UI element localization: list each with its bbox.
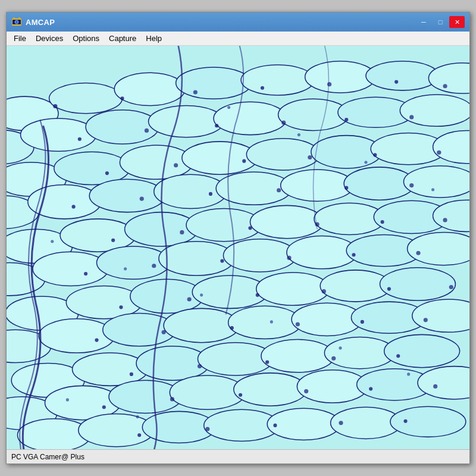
svg-point-48 (33, 252, 108, 286)
svg-point-25 (120, 145, 193, 179)
svg-point-18 (149, 105, 224, 137)
svg-point-95 (261, 86, 264, 90)
svg-point-8 (49, 83, 123, 114)
svg-point-151 (433, 384, 437, 389)
svg-point-149 (304, 389, 308, 393)
menu-item-file[interactable]: File (9, 33, 31, 44)
svg-point-129 (119, 305, 123, 309)
svg-point-141 (130, 372, 133, 376)
svg-point-133 (387, 287, 391, 291)
svg-point-72 (136, 346, 209, 380)
svg-point-159 (364, 161, 367, 164)
menu-item-devices[interactable]: Devices (31, 33, 68, 44)
svg-point-114 (277, 188, 281, 192)
svg-point-132 (322, 289, 326, 293)
svg-point-33 (89, 179, 165, 212)
svg-rect-1 (13, 17, 15, 19)
minimize-button[interactable]: ─ (416, 16, 431, 28)
svg-point-164 (270, 320, 273, 323)
svg-point-167 (66, 398, 69, 401)
svg-point-66 (228, 306, 302, 339)
svg-point-136 (162, 330, 166, 334)
svg-point-63 (39, 319, 114, 353)
svg-point-11 (241, 65, 314, 95)
svg-point-130 (187, 297, 192, 301)
title-bar: AMCAP ─ □ ✕ (7, 12, 469, 32)
svg-point-116 (409, 183, 414, 187)
svg-point-74 (261, 340, 334, 372)
microscope-image (7, 46, 469, 449)
svg-point-166 (407, 372, 410, 375)
svg-point-163 (200, 293, 203, 296)
svg-point-41 (125, 212, 198, 246)
title-bar-controls: ─ □ ✕ (416, 16, 465, 28)
svg-point-16 (21, 118, 96, 151)
svg-point-105 (105, 171, 109, 175)
svg-point-154 (273, 424, 277, 427)
svg-point-113 (209, 192, 212, 196)
svg-rect-2 (18, 17, 20, 19)
svg-point-94 (193, 90, 198, 94)
svg-point-158 (298, 133, 300, 136)
svg-point-98 (443, 84, 447, 88)
svg-point-123 (84, 272, 87, 275)
svg-point-160 (431, 188, 434, 191)
svg-point-97 (394, 80, 398, 83)
svg-point-17 (86, 110, 159, 144)
svg-point-156 (403, 419, 407, 423)
svg-point-50 (159, 242, 234, 275)
svg-point-145 (396, 354, 400, 358)
svg-point-36 (281, 170, 354, 201)
svg-point-122 (443, 218, 447, 222)
app-icon (11, 17, 22, 27)
close-button[interactable]: ✕ (449, 16, 465, 28)
microscope-view-area (7, 46, 469, 449)
maximize-button[interactable]: □ (433, 16, 448, 28)
svg-point-115 (345, 186, 348, 190)
svg-point-104 (409, 115, 414, 119)
svg-point-89 (267, 408, 340, 440)
svg-point-59 (256, 273, 330, 305)
svg-point-134 (449, 285, 453, 289)
svg-point-143 (265, 360, 269, 364)
svg-point-100 (145, 129, 149, 133)
menu-item-help[interactable]: Help (141, 33, 167, 44)
title-bar-left: AMCAP (11, 17, 55, 27)
svg-point-148 (239, 393, 242, 397)
svg-point-124 (152, 264, 156, 268)
svg-point-102 (281, 121, 286, 125)
svg-point-139 (361, 320, 364, 324)
svg-point-61 (380, 268, 456, 300)
svg-point-147 (170, 397, 174, 401)
svg-point-103 (345, 118, 348, 121)
svg-point-106 (174, 163, 178, 167)
svg-point-93 (120, 96, 124, 100)
svg-point-112 (140, 197, 144, 201)
menu-item-capture[interactable]: Capture (104, 33, 141, 44)
svg-point-26 (182, 142, 258, 174)
svg-point-13 (366, 61, 439, 90)
svg-point-49 (97, 246, 170, 279)
svg-point-137 (230, 326, 234, 330)
svg-point-81 (234, 373, 307, 406)
svg-point-155 (339, 421, 343, 425)
menu-item-options[interactable]: Options (68, 33, 104, 44)
svg-point-92 (53, 104, 57, 108)
svg-point-108 (308, 155, 312, 159)
svg-point-140 (424, 318, 428, 322)
main-window: AMCAP ─ □ ✕ File Devices Options Capture… (6, 12, 470, 464)
svg-point-150 (369, 387, 372, 390)
svg-point-119 (248, 226, 252, 230)
svg-point-109 (373, 153, 377, 156)
svg-point-5 (16, 21, 18, 23)
svg-point-9 (114, 73, 185, 105)
svg-point-110 (437, 151, 441, 155)
svg-point-152 (137, 433, 141, 437)
svg-point-38 (403, 166, 469, 198)
svg-point-22 (400, 95, 469, 126)
svg-point-162 (124, 267, 127, 270)
svg-point-10 (176, 67, 252, 99)
svg-point-19 (214, 102, 287, 134)
svg-point-35 (216, 172, 292, 205)
svg-point-131 (256, 293, 259, 297)
